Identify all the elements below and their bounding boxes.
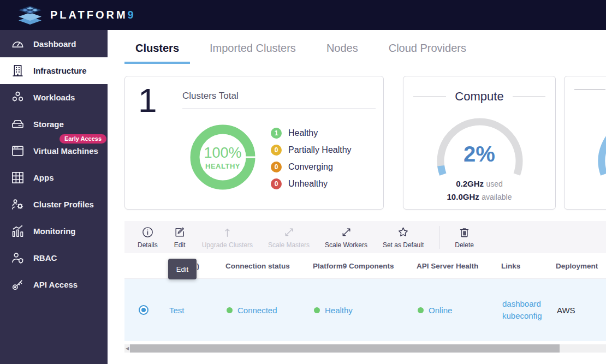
row-name-cell: Test (163, 306, 220, 315)
sidebar-item-apps[interactable]: Apps (0, 164, 108, 191)
set-as-default-button[interactable]: Set as Default (375, 225, 431, 249)
partially-healthy-count-badge: 0 (271, 145, 282, 156)
apps-icon (10, 170, 25, 185)
scale-masters-button[interactable]: Scale Masters (260, 225, 317, 249)
sidebar-item-cluster-profiles[interactable]: Cluster Profiles (0, 191, 108, 218)
header-connection-status[interactable]: Connection status (220, 262, 307, 270)
sidebar-item-label: Infrastructure (33, 66, 87, 75)
legend-label: Healthy (288, 128, 318, 138)
tab-nodes[interactable]: Nodes (316, 42, 369, 64)
compute-available: 10.0GHz available (403, 190, 555, 204)
scroll-left-arrow-icon[interactable]: ◀ (124, 344, 130, 353)
title-line-left (574, 89, 605, 90)
upgrade-clusters-label: Upgrade Clusters (202, 241, 253, 249)
summary-cards: 1 Clusters Total 100% HEALTHY 1 Healthy (124, 76, 606, 210)
details-button[interactable]: Details (130, 225, 165, 249)
sidebar-item-label: Cluster Profiles (33, 200, 94, 209)
details-label: Details (138, 241, 158, 249)
title-line-left (413, 97, 446, 97)
donut-center-text: 100% HEALTHY (190, 124, 256, 190)
info-icon (141, 225, 155, 239)
edit-icon (173, 225, 187, 239)
row-radio-selected[interactable] (139, 305, 148, 315)
monitoring-icon (10, 224, 25, 238)
header-api-server-health[interactable]: API Server Health (411, 262, 496, 270)
workloads-icon (10, 90, 25, 105)
sidebar-item-label: Storage (33, 120, 64, 129)
legend-label: Converging (288, 162, 333, 172)
scale-workers-label: Scale Workers (325, 241, 367, 249)
trash-icon (458, 225, 471, 239)
scale-workers-button[interactable]: Scale Workers (317, 225, 375, 249)
legend-item-unhealthy: 0 Unhealthy (271, 178, 352, 189)
sidebar-item-workloads[interactable]: Workloads (0, 84, 108, 111)
sidebar-item-label: RBAC (33, 253, 57, 262)
edit-button[interactable]: Edit (165, 225, 194, 249)
row-components-cell: Healthy (307, 306, 411, 315)
cluster-name-link[interactable]: Test (169, 306, 185, 315)
clusters-total-card: 1 Clusters Total 100% HEALTHY 1 Healthy (124, 76, 384, 210)
horizontal-scrollbar[interactable]: ◀ (124, 344, 606, 353)
sidebar-item-virtual-machines[interactable]: Early Access Virtual Machines (0, 138, 108, 164)
sidebar-item-label: Workloads (33, 93, 75, 102)
donut-label: HEALTHY (205, 162, 240, 170)
header-deployment[interactable]: Deployment (550, 262, 606, 270)
title-line-right (513, 97, 545, 97)
clipped-card-title-row (574, 89, 606, 90)
header-links[interactable]: Links (496, 262, 550, 270)
brand-accent: 9 (128, 9, 134, 21)
dashboard-link[interactable]: dashboard (502, 298, 550, 310)
cluster-table-row[interactable]: Test Connected Healthy Online dashboard … (124, 279, 606, 341)
row-deployment-cell: AWS (550, 306, 606, 315)
scale-arrows-icon (282, 225, 296, 239)
healthy-count-badge: 1 (271, 128, 282, 139)
converging-count-badge: 0 (271, 162, 282, 172)
kubeconfig-link[interactable]: kubeconfig (502, 310, 550, 322)
compute-card: Compute 2% 0.2GHz used 10.0GHz available (403, 76, 556, 210)
vm-icon (10, 144, 25, 158)
compute-percent: 2% (403, 142, 555, 166)
components-status-text: Healthy (325, 306, 353, 315)
sidebar-item-api-access[interactable]: API Access (0, 271, 108, 298)
sidebar-item-infrastructure[interactable]: Infrastructure (0, 57, 108, 84)
arrow-up-icon (221, 225, 234, 239)
row-connection-cell: Connected (220, 306, 307, 315)
donut-percent: 100% (204, 145, 241, 162)
rbac-icon (10, 250, 25, 265)
sidebar-item-rbac[interactable]: RBAC (0, 244, 108, 271)
legend-item-partially-healthy: 0 Partially Healthy (271, 145, 352, 156)
scale-arrows-icon (340, 225, 353, 239)
star-icon (396, 225, 410, 239)
main-content: Clusters Imported Clusters Nodes Cloud P… (108, 30, 606, 364)
sidebar-item-label: Monitoring (33, 226, 75, 236)
tab-cloud-providers[interactable]: Cloud Providers (378, 42, 477, 64)
delete-button[interactable]: Delete (447, 225, 482, 249)
scrollbar-thumb[interactable] (130, 344, 560, 353)
tab-clusters[interactable]: Clusters (124, 42, 190, 64)
dashboard-icon (10, 37, 25, 51)
edit-label: Edit (174, 241, 186, 249)
platform9-logo-icon (16, 5, 44, 26)
compute-stats: 0.2GHz used 10.0GHz available (403, 177, 555, 204)
compute-card-title: Compute (455, 89, 503, 104)
sidebar-item-label: Apps (33, 173, 54, 182)
row-api-health-cell: Online (411, 306, 496, 315)
sidebar-item-dashboard[interactable]: Dashboard (0, 31, 108, 57)
upgrade-clusters-button[interactable]: Upgrade Clusters (194, 225, 260, 249)
clusters-table-header: Name (1) Connection status Platform9 Com… (124, 253, 606, 279)
sidebar-item-monitoring[interactable]: Monitoring (0, 218, 108, 244)
compute-card-title-row: Compute (413, 89, 545, 104)
compute-used: 0.2GHz used (403, 177, 555, 190)
clusters-count: 1 (138, 81, 157, 120)
tab-imported-clusters[interactable]: Imported Clusters (199, 42, 307, 64)
storage-icon (10, 117, 25, 132)
api-health-status-text: Online (429, 306, 452, 315)
early-access-badge: Early Access (60, 134, 106, 144)
scale-masters-label: Scale Masters (268, 241, 310, 249)
set-as-default-label: Set as Default (383, 241, 424, 249)
sidebar-item-storage[interactable]: Storage (0, 111, 108, 138)
memory-card-clipped (564, 76, 606, 210)
header-platform9-components[interactable]: Platform9 Components (307, 262, 411, 270)
row-select-cell (124, 305, 163, 315)
clipped-gauge-chart (586, 115, 606, 186)
